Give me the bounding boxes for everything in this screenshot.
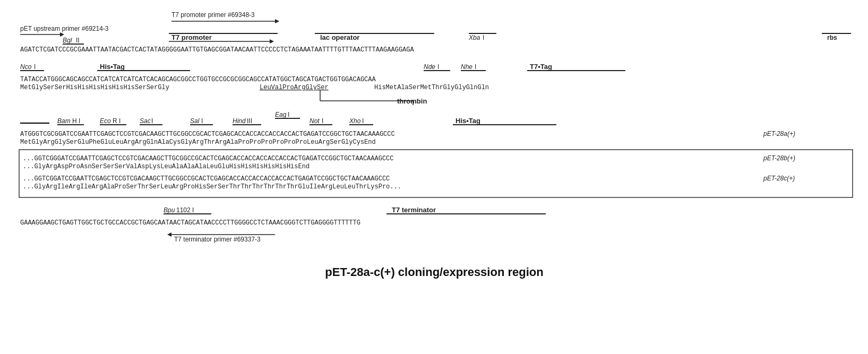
nhe1-label: Nhe — [461, 63, 472, 71]
svg-text:I: I — [322, 117, 323, 125]
row4b-dna: ...GGTCGGGATCCGAATTCGAGCTCCGTCGACAAGCTTG… — [23, 155, 394, 162]
histag2-label: His•Tag — [456, 117, 480, 125]
row1-seq: AGATCTCGATCCCGCGAAATTAATACGACTCACTATAGGG… — [20, 46, 415, 54]
pet28c-label: pET-28c(+) — [763, 175, 795, 182]
t7-terminator-label: T7 terminator — [392, 206, 436, 214]
pet-upstream-label: pET upstream primer #69214-3 — [20, 25, 109, 32]
row5-seq: GAAAGGAAGCTGAGTTGGCTGCTGCCACCGCTGAGCAATA… — [20, 219, 360, 227]
svg-text:III: III — [247, 117, 252, 125]
rbs-label: rbs — [827, 34, 837, 41]
pet28b-label: pET-28b(+) — [763, 154, 795, 162]
bpu1102-label: Bpu — [164, 206, 175, 214]
row2-dna: TATACCATGGGCAGCAGCCATCATCATCATCATCACAGCA… — [20, 76, 376, 83]
not1-label: Not — [310, 117, 320, 125]
ecor1-label: Eco — [100, 117, 111, 125]
main-title: pET-28a-c(+) cloning/expression region — [325, 265, 543, 279]
sal1-label: Sal — [190, 117, 200, 125]
svg-marker-45 — [167, 232, 171, 237]
svg-text:I: I — [483, 34, 484, 41]
row2-aa: MetGlySerSerHisHisHisHisHisHisSerSerGly — [20, 84, 169, 91]
svg-text:I: I — [151, 117, 153, 125]
svg-text:I: I — [475, 63, 476, 71]
xba1-label: Xba — [468, 34, 480, 41]
t7-promoter-bar-label: T7 promoter — [171, 33, 212, 41]
svg-text:I: I — [288, 111, 289, 118]
diagram-svg: pET upstream primer #69214-3 T7 promoter… — [15, 5, 854, 324]
svg-text:1102 I: 1102 I — [176, 206, 194, 214]
nco1-label: Nco — [20, 63, 32, 71]
svg-text:I: I — [201, 117, 203, 125]
row2-aa-underline: LeuValProArgGlySer — [260, 84, 329, 91]
svg-text:I: I — [437, 63, 439, 71]
eag1-label: Eag — [275, 111, 287, 118]
svg-text:I: I — [362, 117, 364, 125]
hind3-label: Hind — [233, 117, 246, 125]
sac1-label: Sac — [140, 117, 151, 125]
row4b-aa: ...GlyArgAspProAsnSerSerSerValAspLysLeuA… — [23, 163, 310, 170]
svg-marker-1 — [60, 32, 64, 37]
svg-marker-7 — [270, 39, 274, 44]
bamh1-label: Bam — [57, 117, 71, 125]
nde1-label: Nde — [424, 63, 435, 71]
row2-aa-cont: HisMetAlaSerMetThrGlyGlyGlnGln — [374, 84, 489, 91]
histag-label: His•Tag — [100, 63, 125, 71]
t7tag-label: T7•Tag — [530, 63, 552, 71]
row4c-aa: ...GlyArgIleArgIleArgAlaProSerThrSerLeuA… — [23, 183, 401, 191]
svg-text:I: I — [34, 63, 36, 71]
bgl2-label: Bgl — [63, 37, 72, 44]
t7-promoter-primer-label: T7 promoter primer #69348-3 — [171, 11, 255, 19]
pet28a-label: pET-28a(+) — [763, 130, 795, 137]
svg-text:H I: H I — [72, 117, 80, 125]
bgl2-roman: II — [76, 37, 80, 44]
row4c-dna: ...GGTCGGATCCGAATTCGAGCTCCGTCGACAAGCTTGC… — [23, 175, 390, 183]
t7-term-primer-label: T7 terminator primer #69337-3 — [174, 236, 261, 243]
svg-marker-3 — [275, 19, 279, 23]
svg-text:R I: R I — [113, 117, 121, 125]
xho1-label: Xho — [349, 117, 361, 125]
row3-aa: MetGlyArgGlySerGluPheGluLeuArgArgGlnAlaC… — [20, 139, 376, 146]
lac-operator-label: lac operator — [320, 33, 359, 41]
row3-dna: ATGGGTCGCGGATCCGAATTCGAGCTCCGTCGACAAGCTT… — [20, 131, 395, 138]
main-container: pET upstream primer #69214-3 T7 promoter… — [15, 5, 854, 325]
